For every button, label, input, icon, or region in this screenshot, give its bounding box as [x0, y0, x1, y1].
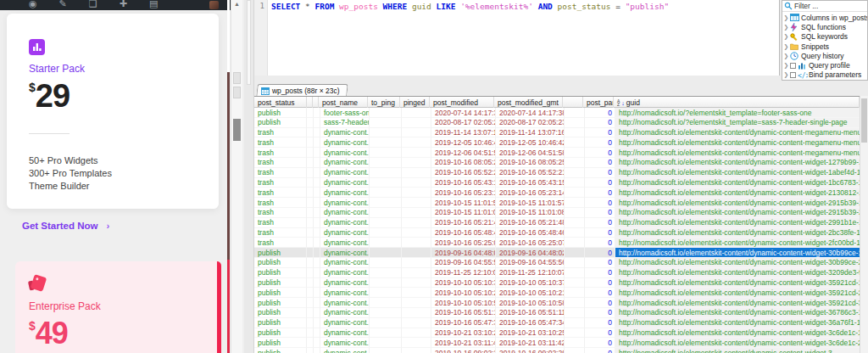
cell-post_parent[interactable]: 0: [585, 258, 615, 268]
cell-guid[interactable]: http://nomadicsoft.io/elementskit-conten…: [615, 328, 860, 339]
cell-post_modified[interactable]: 2019-09-16 04:48:02: [431, 248, 496, 258]
cell-post_name[interactable]: dynamic-cont...: [320, 158, 370, 168]
cell-c3[interactable]: [565, 178, 585, 188]
cell-c1[interactable]: [307, 338, 314, 348]
cell-c3[interactable]: [565, 298, 585, 308]
user-avatar[interactable]: [209, 1, 219, 9]
cell-c1[interactable]: [307, 228, 314, 238]
cell-guid[interactable]: http://nomadicsoft.io/elementskit-conten…: [615, 348, 860, 353]
table-row[interactable]: trashdynamic-cont...2019-10-16 05:52:212…: [254, 168, 860, 178]
cell-pinged[interactable]: [402, 137, 431, 148]
cell-guid[interactable]: http://nomadicsoft.io/elementskit-conten…: [615, 258, 860, 268]
cell-to_ping[interactable]: [370, 238, 402, 248]
cell-pinged[interactable]: [402, 228, 431, 238]
column-header-guid[interactable]: AZ↓guid: [614, 97, 860, 108]
table-row[interactable]: trashdynamic-cont...2019-10-16 05:48:462…: [254, 228, 860, 238]
cell-c2[interactable]: [314, 338, 320, 348]
column-header-post_modified_gmt[interactable]: post_modified_gmt: [494, 97, 563, 108]
cell-c2[interactable]: [314, 298, 320, 308]
table-row[interactable]: publishdynamic-cont...2019-10-10 05:10:2…: [254, 288, 860, 298]
cell-to_ping[interactable]: [370, 308, 402, 318]
cell-pinged[interactable]: [402, 288, 431, 298]
folder-icon[interactable]: ▤: [149, 0, 158, 9]
cell-post_parent[interactable]: 0: [585, 278, 615, 289]
cell-to_ping[interactable]: [370, 158, 402, 168]
cell-post_modified_gmt[interactable]: 2019-10-10 05:10:58: [496, 298, 565, 308]
cell-pinged[interactable]: [402, 298, 431, 308]
cell-c1[interactable]: [307, 168, 314, 178]
cell-guid[interactable]: http://nomadicsoft.io/elementskit-conten…: [615, 137, 860, 148]
cell-post_name[interactable]: dynamic-cont...: [320, 308, 370, 318]
cell-to_ping[interactable]: [370, 298, 402, 308]
cell-c1[interactable]: [307, 238, 314, 248]
cell-pinged[interactable]: [402, 198, 431, 208]
cell-c2[interactable]: [314, 137, 320, 148]
cell-to_ping[interactable]: [370, 108, 402, 118]
cell-post_modified[interactable]: 2019-10-16 05:21:48: [431, 218, 496, 228]
cell-pinged[interactable]: [402, 168, 431, 178]
cell-post_modified[interactable]: 2019-10-16 05:43:15: [431, 178, 496, 188]
helpers-filter-input[interactable]: Filter ...: [782, 1, 867, 12]
cell-c2[interactable]: [314, 218, 320, 228]
cell-post_status[interactable]: trash: [254, 128, 307, 138]
cell-post_status[interactable]: publish: [254, 258, 307, 268]
cell-post_name[interactable]: dynamic-cont...: [320, 168, 370, 178]
cell-pinged[interactable]: [402, 118, 431, 128]
cell-guid[interactable]: http://nomadicsoft.io/elementskit-conten…: [615, 308, 860, 318]
cell-post_modified_gmt[interactable]: 2020-07-14 14:17:38: [496, 108, 565, 118]
cell-c3[interactable]: [565, 338, 585, 348]
cell-post_name[interactable]: dynamic-cont...: [320, 298, 370, 308]
cell-c3[interactable]: [565, 208, 585, 218]
cell-post_parent[interactable]: 0: [585, 168, 615, 178]
cell-post_modified_gmt[interactable]: 2019-10-16 05:43:15: [496, 178, 565, 188]
scroll-up-arrow-icon[interactable]: ▲: [234, 1, 240, 7]
table-row[interactable]: trashdynamic-cont...2019-10-16 05:25:072…: [254, 238, 860, 248]
cell-post_modified[interactable]: 2019-10-10 05:10:58: [431, 298, 496, 308]
cell-post_status[interactable]: trash: [254, 228, 307, 238]
cell-to_ping[interactable]: [370, 128, 402, 138]
cell-pinged[interactable]: [402, 148, 431, 158]
browser-scrollbar[interactable]: ▲: [231, 0, 242, 353]
cell-c1[interactable]: [307, 278, 314, 289]
cell-post_modified_gmt[interactable]: 2019-11-25 12:10:07: [496, 268, 565, 278]
table-row[interactable]: publishdynamic-cont...2019-11-25 12:10:0…: [254, 268, 860, 278]
cell-post_modified[interactable]: 2019-11-25 12:10:07: [431, 268, 496, 278]
cell-post_modified_gmt[interactable]: 2019-10-16 05:48:46: [496, 228, 565, 238]
tree-item-columns-in-wp-posts[interactable]: ❯Columns in wp_posts: [782, 13, 867, 22]
cell-pinged[interactable]: [402, 338, 431, 348]
cell-c2[interactable]: [314, 108, 320, 118]
cell-post_name[interactable]: dynamic-cont...: [320, 268, 370, 278]
expander-icon[interactable]: ❯: [782, 53, 790, 59]
cell-c2[interactable]: [314, 248, 320, 258]
cell-pinged[interactable]: [402, 218, 431, 228]
cell-post_modified_gmt[interactable]: 2020-08-17 02:05:23: [496, 118, 565, 128]
cell-c1[interactable]: [307, 198, 314, 208]
cell-pinged[interactable]: [402, 348, 431, 353]
cell-post_parent[interactable]: 0: [585, 228, 615, 238]
table-row[interactable]: publishdynamic-cont...2019-09-16 04:55:5…: [254, 258, 860, 268]
get-started-link[interactable]: Get Started Now›: [22, 221, 109, 231]
table-row[interactable]: trashdynamic-cont...2019-12-05 10:46:422…: [254, 137, 860, 148]
cell-post_modified[interactable]: 2019-10-16 05:51:11: [431, 308, 496, 318]
tab-wp-posts[interactable]: wp_posts (88r × 23c): [256, 84, 348, 96]
cell-post_name[interactable]: dynamic-cont...: [320, 218, 370, 228]
cell-c2[interactable]: [314, 178, 320, 188]
cell-post_status[interactable]: publish: [254, 278, 307, 289]
cell-post_modified_gmt[interactable]: 2019-10-16 09:02:29: [496, 348, 565, 353]
cell-to_ping[interactable]: [370, 338, 402, 348]
cell-guid[interactable]: http://nomadicsoft.io/elementskit-conten…: [615, 198, 860, 208]
cell-post_name[interactable]: sass-7-header-...: [320, 118, 370, 128]
cell-c2[interactable]: [314, 188, 320, 198]
cell-post_name[interactable]: dynamic-cont...: [320, 348, 370, 353]
cell-post_status[interactable]: publish: [254, 298, 307, 308]
cell-post_modified[interactable]: 2020-08-17 02:05:23: [431, 118, 496, 128]
cell-guid[interactable]: http://nomadicsoft.io/elementskit-conten…: [615, 228, 860, 238]
cell-pinged[interactable]: [402, 208, 431, 218]
table-row[interactable]: trashdynamic-cont...2019-11-14 13:07:162…: [254, 128, 860, 138]
column-header-post_name[interactable]: post_name: [319, 97, 368, 108]
cell-post_modified_gmt[interactable]: 2019-10-16 05:25:07: [496, 238, 565, 248]
comment-icon[interactable]: ❑: [89, 0, 97, 9]
cell-guid[interactable]: http://nomadicsoft.io/elementskit-conten…: [615, 178, 860, 188]
cell-c3[interactable]: [565, 198, 585, 208]
cell-c3[interactable]: [565, 318, 585, 328]
